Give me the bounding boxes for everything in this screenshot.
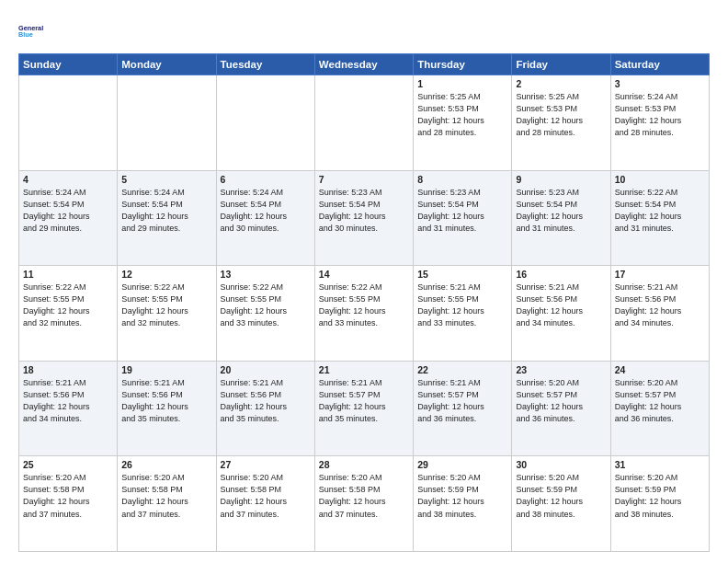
calendar-cell: 23Sunrise: 5:20 AM Sunset: 5:57 PM Dayli… [512, 361, 610, 456]
day-number: 18 [23, 364, 113, 375]
day-number: 10 [615, 174, 705, 185]
day-content: Sunrise: 5:20 AM Sunset: 5:59 PM Dayligh… [516, 472, 606, 520]
logo: GeneralBlue [18, 17, 48, 46]
calendar-cell: 6Sunrise: 5:24 AM Sunset: 5:54 PM Daylig… [216, 170, 314, 266]
calendar-cell: 21Sunrise: 5:21 AM Sunset: 5:57 PM Dayli… [314, 361, 413, 456]
day-number: 12 [121, 269, 211, 280]
calendar-week-row: 25Sunrise: 5:20 AM Sunset: 5:58 PM Dayli… [19, 456, 710, 552]
calendar-cell: 27Sunrise: 5:20 AM Sunset: 5:58 PM Dayli… [216, 456, 314, 552]
day-content: Sunrise: 5:20 AM Sunset: 5:58 PM Dayligh… [121, 472, 211, 520]
calendar-day-header: Saturday [610, 54, 709, 75]
day-content: Sunrise: 5:22 AM Sunset: 5:55 PM Dayligh… [221, 282, 311, 329]
calendar-cell: 25Sunrise: 5:20 AM Sunset: 5:58 PM Dayli… [19, 456, 118, 552]
day-content: Sunrise: 5:23 AM Sunset: 5:54 PM Dayligh… [319, 187, 409, 235]
day-number: 29 [417, 459, 507, 470]
calendar-day-header: Friday [512, 54, 610, 75]
calendar-cell: 16Sunrise: 5:21 AM Sunset: 5:56 PM Dayli… [512, 266, 610, 362]
calendar-week-row: 4Sunrise: 5:24 AM Sunset: 5:54 PM Daylig… [19, 170, 710, 266]
day-content: Sunrise: 5:20 AM Sunset: 5:59 PM Dayligh… [417, 472, 507, 520]
calendar-cell: 24Sunrise: 5:20 AM Sunset: 5:57 PM Dayli… [610, 361, 709, 456]
calendar-cell [19, 75, 118, 171]
calendar-cell: 30Sunrise: 5:20 AM Sunset: 5:59 PM Dayli… [512, 456, 610, 552]
day-content: Sunrise: 5:24 AM Sunset: 5:54 PM Dayligh… [23, 187, 113, 235]
day-content: Sunrise: 5:21 AM Sunset: 5:57 PM Dayligh… [319, 377, 409, 425]
day-number: 17 [615, 269, 705, 280]
day-number: 6 [221, 174, 311, 185]
calendar-cell: 28Sunrise: 5:20 AM Sunset: 5:58 PM Dayli… [314, 456, 413, 552]
calendar-cell: 4Sunrise: 5:24 AM Sunset: 5:54 PM Daylig… [19, 170, 118, 266]
calendar-week-row: 18Sunrise: 5:21 AM Sunset: 5:56 PM Dayli… [19, 361, 710, 456]
calendar-cell: 11Sunrise: 5:22 AM Sunset: 5:55 PM Dayli… [19, 266, 118, 362]
header: GeneralBlue [18, 17, 710, 46]
day-content: Sunrise: 5:24 AM Sunset: 5:54 PM Dayligh… [121, 187, 211, 235]
day-number: 25 [23, 459, 113, 470]
calendar-day-header: Tuesday [216, 54, 314, 75]
day-content: Sunrise: 5:20 AM Sunset: 5:57 PM Dayligh… [615, 377, 705, 425]
calendar-cell: 12Sunrise: 5:22 AM Sunset: 5:55 PM Dayli… [118, 266, 216, 362]
day-content: Sunrise: 5:20 AM Sunset: 5:57 PM Dayligh… [516, 377, 606, 425]
calendar-cell: 5Sunrise: 5:24 AM Sunset: 5:54 PM Daylig… [118, 170, 216, 266]
calendar-cell: 22Sunrise: 5:21 AM Sunset: 5:57 PM Dayli… [414, 361, 512, 456]
calendar-day-header: Monday [118, 54, 216, 75]
day-number: 27 [221, 459, 311, 470]
day-number: 13 [221, 269, 311, 280]
day-number: 19 [121, 364, 211, 375]
day-number: 3 [615, 78, 705, 89]
day-content: Sunrise: 5:21 AM Sunset: 5:56 PM Dayligh… [615, 282, 705, 329]
day-content: Sunrise: 5:24 AM Sunset: 5:54 PM Dayligh… [221, 187, 311, 235]
day-content: Sunrise: 5:22 AM Sunset: 5:55 PM Dayligh… [319, 282, 409, 329]
day-content: Sunrise: 5:20 AM Sunset: 5:58 PM Dayligh… [319, 472, 409, 520]
day-number: 2 [516, 78, 606, 89]
day-content: Sunrise: 5:23 AM Sunset: 5:54 PM Dayligh… [516, 187, 606, 235]
day-content: Sunrise: 5:22 AM Sunset: 5:54 PM Dayligh… [615, 187, 705, 235]
svg-text:Blue: Blue [18, 30, 33, 39]
day-number: 16 [516, 269, 606, 280]
calendar-cell: 13Sunrise: 5:22 AM Sunset: 5:55 PM Dayli… [216, 266, 314, 362]
day-number: 26 [121, 459, 211, 470]
calendar-cell: 29Sunrise: 5:20 AM Sunset: 5:59 PM Dayli… [414, 456, 512, 552]
calendar-cell: 7Sunrise: 5:23 AM Sunset: 5:54 PM Daylig… [314, 170, 413, 266]
calendar-cell: 2Sunrise: 5:25 AM Sunset: 5:53 PM Daylig… [512, 75, 610, 171]
day-number: 30 [516, 459, 606, 470]
day-content: Sunrise: 5:22 AM Sunset: 5:55 PM Dayligh… [23, 282, 113, 329]
logo-icon: GeneralBlue [18, 17, 48, 46]
calendar-week-row: 11Sunrise: 5:22 AM Sunset: 5:55 PM Dayli… [19, 266, 710, 362]
day-number: 31 [615, 459, 705, 470]
calendar-day-header: Sunday [19, 54, 118, 75]
day-number: 22 [417, 364, 507, 375]
calendar-cell [216, 75, 314, 171]
day-content: Sunrise: 5:20 AM Sunset: 5:58 PM Dayligh… [221, 472, 311, 520]
day-number: 9 [516, 174, 606, 185]
day-content: Sunrise: 5:21 AM Sunset: 5:57 PM Dayligh… [417, 377, 507, 425]
day-number: 24 [615, 364, 705, 375]
day-content: Sunrise: 5:21 AM Sunset: 5:56 PM Dayligh… [221, 377, 311, 425]
day-content: Sunrise: 5:23 AM Sunset: 5:54 PM Dayligh… [417, 187, 507, 235]
day-number: 14 [319, 269, 409, 280]
day-number: 1 [417, 78, 507, 89]
day-number: 4 [23, 174, 113, 185]
calendar-cell: 26Sunrise: 5:20 AM Sunset: 5:58 PM Dayli… [118, 456, 216, 552]
day-content: Sunrise: 5:21 AM Sunset: 5:56 PM Dayligh… [121, 377, 211, 425]
calendar-cell: 14Sunrise: 5:22 AM Sunset: 5:55 PM Dayli… [314, 266, 413, 362]
calendar-cell: 17Sunrise: 5:21 AM Sunset: 5:56 PM Dayli… [610, 266, 709, 362]
day-content: Sunrise: 5:21 AM Sunset: 5:56 PM Dayligh… [23, 377, 113, 425]
day-content: Sunrise: 5:20 AM Sunset: 5:58 PM Dayligh… [23, 472, 113, 520]
day-number: 8 [417, 174, 507, 185]
day-number: 20 [221, 364, 311, 375]
calendar-cell [118, 75, 216, 171]
day-number: 21 [319, 364, 409, 375]
calendar-header-row: SundayMondayTuesdayWednesdayThursdayFrid… [19, 54, 710, 75]
calendar-day-header: Wednesday [314, 54, 413, 75]
calendar-cell: 10Sunrise: 5:22 AM Sunset: 5:54 PM Dayli… [610, 170, 709, 266]
page: GeneralBlue SundayMondayTuesdayWednesday… [0, 0, 728, 563]
calendar-week-row: 1Sunrise: 5:25 AM Sunset: 5:53 PM Daylig… [19, 75, 710, 171]
calendar-table: SundayMondayTuesdayWednesdayThursdayFrid… [18, 53, 710, 552]
day-number: 23 [516, 364, 606, 375]
calendar-cell: 15Sunrise: 5:21 AM Sunset: 5:55 PM Dayli… [414, 266, 512, 362]
calendar-cell: 20Sunrise: 5:21 AM Sunset: 5:56 PM Dayli… [216, 361, 314, 456]
day-content: Sunrise: 5:25 AM Sunset: 5:53 PM Dayligh… [417, 91, 507, 139]
calendar-cell: 8Sunrise: 5:23 AM Sunset: 5:54 PM Daylig… [414, 170, 512, 266]
day-content: Sunrise: 5:21 AM Sunset: 5:55 PM Dayligh… [417, 282, 507, 329]
day-content: Sunrise: 5:21 AM Sunset: 5:56 PM Dayligh… [516, 282, 606, 329]
day-content: Sunrise: 5:24 AM Sunset: 5:53 PM Dayligh… [615, 91, 705, 139]
